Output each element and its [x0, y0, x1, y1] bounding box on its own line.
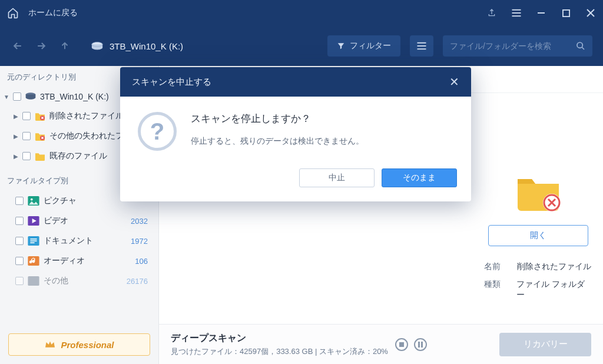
- continue-button[interactable]: そのまま: [382, 168, 457, 187]
- modal-body: ? スキャンを停止しますか？ 停止すると、残りのデータは検出できません。: [120, 97, 471, 163]
- modal-header-title: スキャンを中止する: [132, 77, 211, 88]
- modal-desc: 停止すると、残りのデータは検出できません。: [191, 136, 364, 147]
- modal-title: スキャンを停止しますか？: [191, 112, 364, 125]
- close-icon[interactable]: ✕: [449, 75, 459, 89]
- confirm-stop-modal: スキャンを中止する ✕ ? スキャンを停止しますか？ 停止すると、残りのデータは…: [120, 67, 471, 201]
- cancel-button[interactable]: 中止: [299, 168, 375, 187]
- modal-header: スキャンを中止する ✕: [120, 67, 471, 97]
- modal-footer: 中止 そのまま: [120, 163, 471, 201]
- question-icon: ?: [138, 112, 177, 151]
